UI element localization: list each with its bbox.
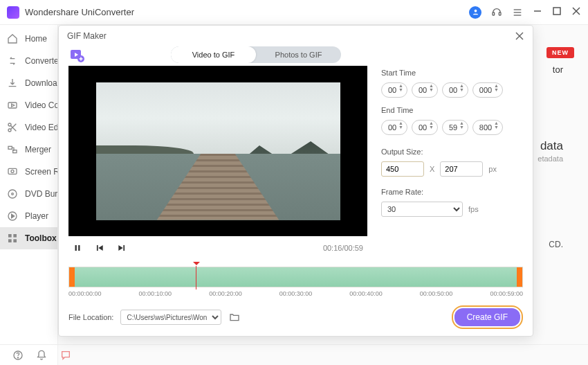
sidebar-item-converter[interactable]: Converter [0,50,57,72]
output-width-input[interactable] [381,161,424,177]
stepper-arrows-icon[interactable]: ▲▼ [459,121,464,130]
svg-rect-1 [493,12,495,15]
start-time-label: Start Time [381,69,523,77]
bg-fragment: etadata [538,154,563,163]
end-minutes-input[interactable] [412,120,438,135]
support-icon[interactable] [491,7,502,18]
video-preview[interactable] [68,66,367,236]
svg-rect-25 [13,239,17,242]
sidebar-item-label: Downloader [25,78,57,88]
status-bar [0,344,588,365]
stepper-arrows-icon[interactable]: ▲▼ [494,84,499,92]
sidebar-item-downloader[interactable]: Downloader [0,72,57,94]
svg-rect-37 [97,245,98,251]
sidebar-item-video-editor[interactable]: Video Editor [0,116,57,139]
start-hours-input[interactable] [381,82,407,98]
sidebar-item-dvd-burner[interactable]: DVD Burner [0,183,57,205]
ruler-tick: 00:00:00:00 [68,290,102,297]
tab-photos-to-gif[interactable]: Photos to GIF [256,46,341,63]
ruler-tick: 00:00:10:00 [139,290,172,297]
bg-fragment: tor [553,64,563,75]
sidebar-item-label: Screen Recorder [25,167,57,177]
svg-point-18 [8,190,17,198]
sidebar-item-label: Toolbox [25,233,57,243]
stepper-arrows-icon[interactable]: ▲▼ [429,121,434,130]
svg-marker-39 [118,245,122,251]
create-gif-button[interactable]: Create GIF [454,308,520,326]
trim-end-handle[interactable] [517,267,522,287]
end-time-label: End Time [381,106,523,114]
start-seconds-input[interactable] [442,82,468,98]
window-close-button[interactable] [571,6,581,18]
file-location-select[interactable]: C:\Users\ws\Pictures\Wonders [120,310,221,325]
bg-fragment: CD. [549,240,563,249]
next-frame-button[interactable] [117,243,127,253]
start-minutes-input[interactable] [412,82,438,98]
svg-rect-36 [78,245,80,251]
sidebar-item-video-compressor[interactable]: Video Compressor [0,94,57,116]
sidebar-item-player[interactable]: Player [0,205,57,227]
svg-marker-21 [12,214,15,217]
user-avatar[interactable] [469,6,481,19]
output-height-input[interactable] [440,161,483,177]
svg-rect-16 [8,168,17,174]
titlebar: Wondershare UniConverter [0,0,588,25]
svg-rect-23 [13,234,17,238]
video-thumbnail [96,82,340,220]
stepper-arrows-icon[interactable]: ▲▼ [398,84,403,92]
sidebar-item-screen-recorder[interactable]: Screen Recorder [0,161,57,183]
fps-label: fps [468,205,479,213]
window-maximize-button[interactable] [552,6,562,18]
stepper-arrows-icon[interactable]: ▲▼ [494,121,499,130]
stepper-arrows-icon[interactable]: ▲▼ [398,121,403,130]
sidebar-item-home[interactable]: Home [0,28,57,50]
sidebar-item-toolbox[interactable]: Toolbox [0,227,57,249]
sidebar-item-label: Merger [25,145,51,154]
gif-maker-dialog: GIF Maker Video to GIF Photos to GIF 00: [58,25,533,337]
px-label: px [488,165,497,173]
svg-point-0 [474,10,477,12]
tab-video-to-gif[interactable]: Video to GIF [171,46,256,63]
create-gif-highlight: Create GIF [452,305,523,329]
open-folder-button[interactable] [228,312,241,323]
svg-rect-7 [553,8,560,15]
window-minimize-button[interactable] [533,6,542,18]
svg-rect-14 [8,146,12,149]
sidebar-item-label: Converter [25,56,57,66]
trim-timeline[interactable] [68,267,523,287]
svg-rect-2 [499,12,501,15]
ruler-tick: 00:00:50:00 [420,290,453,297]
trim-start-handle[interactable] [69,267,75,287]
timeline-ruler: 00:00:00:00 00:00:10:00 00:00:20:00 00:0… [68,287,523,297]
ruler-tick: 00:00:20:00 [209,290,242,297]
svg-marker-38 [98,245,102,251]
dialog-close-button[interactable] [515,31,524,41]
svg-rect-35 [75,245,77,251]
sidebar-item-label: Player [25,211,48,221]
stepper-arrows-icon[interactable]: ▲▼ [459,84,464,92]
help-icon[interactable] [12,350,24,361]
previous-frame-button[interactable] [95,243,104,253]
stepper-arrows-icon[interactable]: ▲▼ [429,84,434,92]
menu-icon[interactable] [512,7,523,18]
sidebar-item-label: Video Compressor [25,100,57,110]
end-hours-input[interactable] [381,120,407,135]
svg-point-27 [17,357,18,357]
playhead[interactable] [196,262,196,290]
svg-rect-10 [8,103,17,108]
dialog-title: GIF Maker [67,31,107,41]
feedback-icon[interactable] [59,350,72,361]
file-location-label: File Location: [68,313,113,321]
sidebar-item-merger[interactable]: Merger [0,139,57,161]
notifications-icon[interactable] [36,350,47,361]
app-title: Wondershare UniConverter [25,7,469,17]
pause-button[interactable] [73,243,82,253]
add-media-button[interactable] [68,46,85,63]
svg-rect-40 [123,245,125,251]
end-seconds-input[interactable] [442,120,468,135]
bg-fragment: data [540,139,563,153]
gif-settings-panel: Start Time ▲▼ ▲▼ ▲▼ ▲▼ End Time ▲▼ ▲▼ ▲▼… [367,66,523,267]
framerate-select[interactable]: 30 [381,202,463,217]
framerate-label: Frame Rate: [381,188,523,196]
new-badge: NEW [546,47,574,58]
